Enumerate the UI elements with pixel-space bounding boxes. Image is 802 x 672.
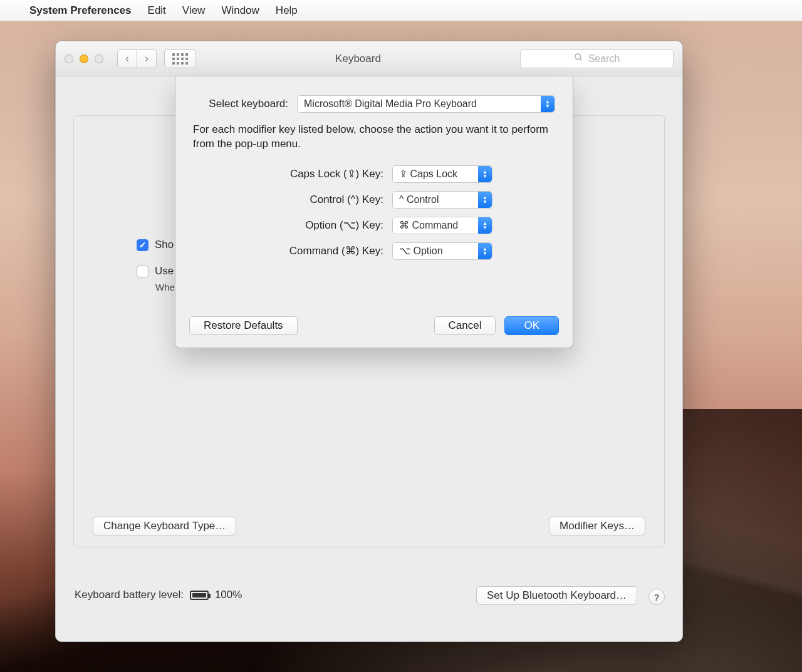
checkbox-use-label: Use: [155, 265, 174, 277]
grid-icon: [172, 53, 188, 65]
select-keyboard-label: Select keyboard:: [194, 98, 288, 110]
control-label: Control (^) Key:: [258, 194, 383, 206]
nav-back-forward: ‹ ›: [117, 49, 157, 68]
close-icon[interactable]: [65, 54, 73, 63]
caps-lock-row: Caps Lock (⇪) Key: ⇪ Caps Lock ▲▼: [258, 165, 492, 183]
command-row: Command (⌘) Key: ⌥ Option ▲▼: [258, 242, 492, 260]
up-down-icon: ▲▼: [478, 166, 492, 182]
menu-edit[interactable]: Edit: [148, 4, 166, 17]
up-down-icon: ▲▼: [478, 192, 492, 208]
restore-defaults-button[interactable]: Restore Defaults: [189, 316, 298, 335]
search-icon: [574, 53, 583, 65]
sheet-button-row: Restore Defaults Cancel OK: [189, 316, 559, 335]
ok-label: OK: [524, 319, 539, 332]
option-label: Option (⌥) Key:: [258, 219, 383, 232]
modifier-keys-sheet: Select keyboard: Microsoft® Digital Medi…: [175, 76, 573, 348]
setup-bluetooth-keyboard-button[interactable]: Set Up Bluetooth Keyboard…: [476, 586, 637, 605]
cancel-button[interactable]: Cancel: [434, 316, 496, 335]
battery-icon: [190, 591, 209, 600]
checkbox-icon[interactable]: [137, 266, 148, 277]
caps-lock-popup[interactable]: ⇪ Caps Lock ▲▼: [392, 165, 492, 183]
restore-defaults-label: Restore Defaults: [204, 319, 283, 332]
app-menu[interactable]: System Preferences: [29, 4, 132, 17]
up-down-icon: ▲▼: [541, 96, 555, 112]
back-button[interactable]: ‹: [117, 49, 137, 68]
titlebar: ‹ › Keyboard Search: [56, 41, 682, 76]
help-button[interactable]: ?: [648, 589, 665, 605]
change-keyboard-type-button[interactable]: Change Keyboard Type…: [93, 517, 236, 535]
sheet-description: For each modifier key listed below, choo…: [193, 123, 555, 152]
search-input[interactable]: Search: [520, 49, 674, 68]
zoom-icon[interactable]: [95, 54, 103, 63]
traffic-lights: [65, 54, 103, 63]
up-down-icon: ▲▼: [478, 243, 492, 259]
option-popup[interactable]: ⌘ Command ▲▼: [392, 217, 492, 234]
option-row: Option (⌥) Key: ⌘ Command ▲▼: [258, 217, 492, 234]
command-value: ⌥ Option: [399, 245, 443, 257]
search-placeholder: Search: [588, 53, 620, 65]
checkbox-use-subtext-left: Whe: [155, 282, 175, 292]
window-title: Keyboard: [204, 53, 513, 65]
checkbox-show-label: Sho: [155, 239, 174, 251]
checkbox-show-row[interactable]: Sho: [137, 239, 174, 251]
battery-label: Keyboard battery level:: [75, 589, 184, 601]
change-keyboard-type-label: Change Keyboard Type…: [103, 520, 226, 532]
forward-button[interactable]: ›: [137, 49, 157, 68]
modifier-key-rows: Caps Lock (⇪) Key: ⇪ Caps Lock ▲▼ Contro…: [193, 165, 492, 260]
select-keyboard-popup[interactable]: Microsoft® Digital Media Pro Keyboard ▲▼: [297, 95, 555, 113]
command-label: Command (⌘) Key:: [258, 244, 383, 257]
modifier-keys-label: Modifier Keys…: [560, 520, 635, 532]
command-popup[interactable]: ⌥ Option ▲▼: [392, 242, 492, 260]
svg-line-1: [580, 58, 581, 60]
ok-button[interactable]: OK: [504, 316, 559, 335]
checkbox-use-row[interactable]: Use: [137, 265, 174, 277]
setup-bluetooth-label: Set Up Bluetooth Keyboard…: [487, 589, 627, 602]
window-footer: Keyboard battery level: 100% Set Up Blue…: [73, 566, 665, 641]
menubar: System Preferences Edit View Window Help: [0, 0, 802, 21]
svg-point-0: [575, 54, 581, 59]
minimize-icon[interactable]: [80, 54, 88, 63]
control-popup[interactable]: ^ Control ▲▼: [392, 191, 492, 209]
select-keyboard-value: Microsoft® Digital Media Pro Keyboard: [304, 98, 477, 110]
show-all-button[interactable]: [164, 49, 196, 68]
menu-help[interactable]: Help: [276, 4, 298, 17]
caps-lock-label: Caps Lock (⇪) Key:: [258, 167, 383, 180]
system-preferences-window: ‹ › Keyboard Search Sho Use Whe n each k…: [55, 41, 683, 642]
battery-percent: 100%: [215, 589, 242, 601]
cancel-label: Cancel: [449, 319, 482, 332]
checkbox-icon[interactable]: [137, 239, 148, 251]
option-value: ⌘ Command: [399, 219, 458, 231]
menu-view[interactable]: View: [182, 4, 206, 17]
caps-lock-value: ⇪ Caps Lock: [399, 168, 457, 180]
up-down-icon: ▲▼: [478, 217, 492, 234]
modifier-keys-button[interactable]: Modifier Keys…: [549, 517, 645, 535]
menu-window[interactable]: Window: [221, 4, 259, 17]
control-row: Control (^) Key: ^ Control ▲▼: [258, 191, 492, 209]
control-value: ^ Control: [399, 194, 439, 205]
keyboard-battery-status: Keyboard battery level: 100%: [75, 589, 242, 601]
